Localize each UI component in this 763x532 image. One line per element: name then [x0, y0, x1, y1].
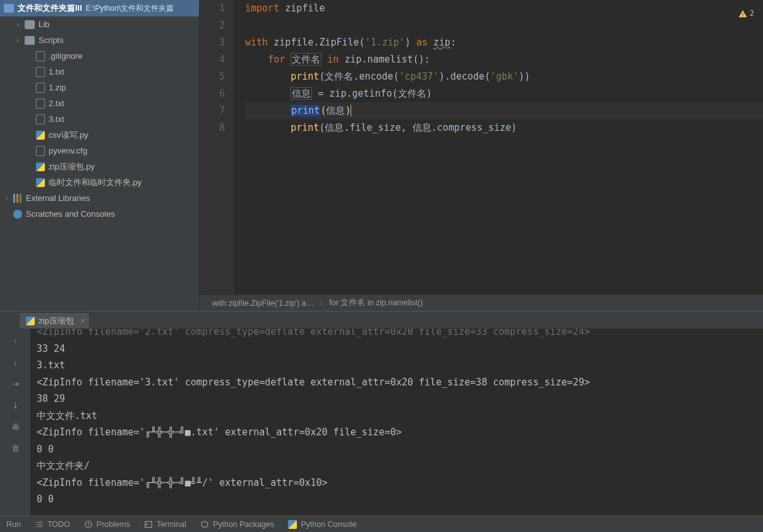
svg-rect-3 — [145, 521, 152, 527]
code-text: 文件名 — [291, 53, 321, 66]
keyword: with — [245, 37, 268, 48]
inspection-badge[interactable]: 2 — [738, 5, 754, 22]
rerun-up-icon[interactable]: ↑ — [9, 335, 21, 346]
console-line: <ZipInfo filename='2.txt' compress_type=… — [37, 329, 757, 341]
console-line: 中文文件夹/ — [37, 457, 757, 475]
svg-rect-2 — [88, 525, 88, 526]
python-icon — [36, 178, 45, 187]
line-number[interactable]: 7 — [200, 102, 225, 119]
tree-item[interactable]: 2.txt — [0, 95, 199, 111]
label: Terminal — [157, 520, 186, 529]
console-line: 0 0 — [37, 441, 757, 458]
warning-icon — [738, 9, 747, 18]
code-text: 信息 — [291, 87, 312, 100]
chevron-right-icon: › — [4, 195, 9, 202]
run-tab-bar: zip压缩包 × — [0, 311, 763, 329]
breadcrumb[interactable]: with zipfile.ZipFile('1.zip') a… › for 文… — [200, 294, 763, 311]
close-icon[interactable]: × — [81, 317, 85, 325]
function: print — [291, 122, 319, 133]
label: Python Packages — [213, 520, 274, 529]
console-line: 33 24 — [37, 341, 757, 358]
line-number[interactable]: 1 — [200, 0, 225, 17]
tree-item[interactable]: zip压缩包.py — [0, 159, 199, 174]
rerun-down-icon[interactable]: ↓ — [9, 356, 21, 368]
soft-wrap-icon[interactable]: ⇥ — [9, 378, 21, 389]
tree-item[interactable]: .gitignore — [0, 48, 199, 64]
console-line: <ZipInfo filename='3.txt' compress_type=… — [37, 374, 757, 391]
tool-problems[interactable]: Problems — [84, 520, 130, 529]
tree-item[interactable]: Scratches and Consoles — [0, 206, 199, 222]
python-icon — [36, 162, 45, 171]
tree-item[interactable]: 1.txt — [0, 64, 199, 80]
tree-item-label: 1.zip — [49, 83, 66, 92]
alert-icon — [84, 520, 93, 529]
tree-item[interactable]: ›External Libraries — [0, 190, 199, 206]
run-tool-window: ↑ ↓ ⇥ ⤓ 🖶 🗑 <ZipInfo filename='2.txt' co… — [0, 329, 763, 516]
breadcrumb-seg[interactable]: for 文件名 in zip.namelist() — [329, 298, 423, 308]
tree-item-label: csv读写.py — [49, 130, 88, 141]
scroll-to-end-icon[interactable]: ⤓ — [9, 399, 21, 411]
code-text: zip.namelist(): — [344, 54, 430, 65]
label: TODO — [47, 520, 70, 529]
line-number[interactable]: 2 — [200, 17, 225, 34]
python-icon — [36, 131, 45, 140]
tree-item-label: pyvenv.cfg — [49, 146, 87, 155]
project-tool-window[interactable]: 文件和文件夹篇III E:\Python\文件和文件夹篇 ›Lib›Script… — [0, 0, 200, 311]
svg-rect-1 — [88, 522, 88, 524]
tree-item[interactable]: 3.txt — [0, 111, 199, 127]
tool-terminal[interactable]: Terminal — [144, 520, 186, 529]
tool-run[interactable]: Run — [6, 520, 21, 529]
line-number[interactable]: 8 — [200, 119, 225, 136]
project-header[interactable]: 文件和文件夹篇III E:\Python\文件和文件夹篇 — [0, 0, 199, 16]
code-text: )) — [519, 71, 530, 82]
line-number[interactable]: 6 — [200, 85, 225, 102]
console-line: 中文文件.txt — [37, 408, 757, 425]
code-editor[interactable]: 2 import zipfile with zipfile.ZipFile('1… — [234, 0, 763, 294]
file-icon — [36, 51, 45, 61]
keyword: in — [327, 54, 339, 65]
line-number[interactable]: 5 — [200, 68, 225, 85]
tree-item[interactable]: ›Lib — [0, 16, 199, 32]
tree-item[interactable]: csv读写.py — [0, 127, 199, 143]
console-output[interactable]: <ZipInfo filename='2.txt' compress_type=… — [30, 329, 763, 516]
code-text: 信息.file_size, 信息.compress_size) — [325, 122, 517, 133]
line-number[interactable]: 4 — [200, 51, 225, 68]
current-line: print(信息) — [245, 102, 763, 119]
tree-item[interactable]: ›Scripts — [0, 32, 199, 48]
line-number[interactable]: 3 — [200, 34, 225, 51]
tree-item[interactable]: 1.zip — [0, 80, 199, 95]
trash-icon[interactable]: 🗑 — [9, 442, 21, 454]
tree-item[interactable]: 临时文件和临时文件夹.py — [0, 174, 199, 190]
tool-python-packages[interactable]: Python Packages — [200, 520, 274, 529]
console-line: 38 29 — [37, 390, 757, 408]
run-toolbar: ↑ ↓ ⇥ ⤓ 🖶 🗑 — [0, 329, 30, 516]
terminal-icon — [144, 520, 153, 529]
project-name: 文件和文件夹篇III — [18, 3, 82, 14]
project-path: E:\Python\文件和文件夹篇 — [86, 3, 174, 14]
tree-item[interactable]: pyvenv.cfg — [0, 143, 199, 159]
tool-todo[interactable]: TODO — [35, 520, 70, 529]
code-text: = — [312, 88, 329, 99]
keyword: for — [268, 54, 285, 65]
python-icon — [26, 317, 35, 325]
file-icon — [36, 146, 45, 156]
tree-item-label: .gitignore — [49, 51, 82, 61]
tree-item-label: zip压缩包.py — [49, 161, 95, 172]
breadcrumb-seg[interactable]: with zipfile.ZipFile('1.zip') a… — [212, 299, 314, 308]
gutter[interactable]: 12345678 — [200, 0, 234, 294]
print-icon[interactable]: 🖶 — [9, 421, 21, 432]
tool-python-console[interactable]: Python Console — [288, 520, 356, 529]
code-text: : — [450, 37, 456, 48]
tree-item-label: Scripts — [39, 35, 64, 45]
tree-item-label: 临时文件和临时文件夹.py — [49, 177, 141, 188]
scratch-icon — [13, 210, 22, 219]
tree-item-label: 3.txt — [49, 114, 64, 124]
code-text: 信息 — [326, 105, 345, 116]
code-text: zipfile.ZipFile( — [273, 37, 365, 48]
code-text: ).decode( — [439, 71, 490, 82]
console-line: 0 0 — [37, 491, 757, 508]
run-tab[interactable]: zip压缩包 × — [19, 312, 90, 329]
label: Problems — [97, 520, 130, 529]
keyword: import — [245, 3, 279, 14]
chevron-right-icon: › — [15, 21, 21, 28]
